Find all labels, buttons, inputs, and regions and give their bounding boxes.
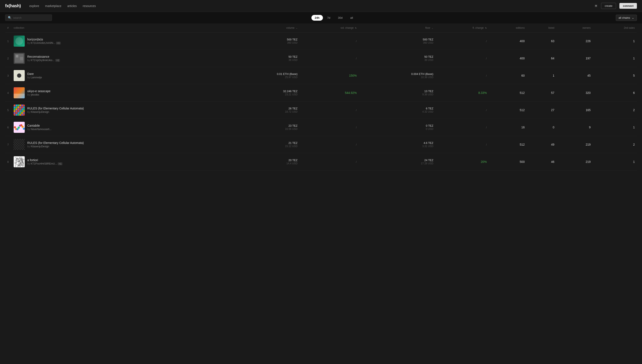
- tab-30d[interactable]: 30d: [334, 15, 346, 21]
- row-2nd-sales: 6: [593, 84, 637, 102]
- vol-change-value: /: [356, 108, 357, 112]
- row-floor: 0.004 ETH (Base) 10.38 USD: [359, 67, 435, 84]
- volume-usd: 36 USD: [289, 58, 298, 62]
- row-listed: 64: [527, 50, 556, 67]
- col-vol-change[interactable]: vol. change ⇅: [300, 24, 359, 32]
- collection-name[interactable]: ukiyo-e seascape: [27, 90, 51, 93]
- col-owners: owners: [556, 24, 593, 32]
- collection-by: by ykxotkx: [27, 93, 51, 96]
- nav-links: explore marketplace articles resources: [30, 4, 594, 8]
- row-2nd-sales: 2: [593, 102, 637, 119]
- table-header: # collection volume ⌄ vol. change ⇅ floo…: [5, 24, 637, 32]
- col-volume[interactable]: volume ⌄: [228, 24, 300, 32]
- collection-name[interactable]: Cantabile: [27, 124, 52, 127]
- collection-name[interactable]: horizon(te)s: [27, 38, 61, 41]
- row-owners: 226: [556, 32, 593, 50]
- collection-info: a fortiori by KT1FncHHrS8REmU...+1: [27, 158, 63, 165]
- row-owners: 197: [556, 50, 593, 67]
- create-button[interactable]: create: [601, 3, 616, 9]
- row-num: 2: [5, 50, 12, 67]
- row-vol-change: 544.92%: [300, 84, 359, 102]
- vol-change-value: /: [356, 40, 357, 43]
- row-volume: 500 TEZ 360 USD: [228, 32, 300, 50]
- collection-artist[interactable]: Lammetje: [31, 76, 42, 79]
- row-owners: 9: [556, 119, 593, 136]
- logo[interactable]: fx(hash): [5, 4, 21, 8]
- row-listed: 49: [527, 136, 556, 153]
- collection-by: by KitasenjuDesign: [27, 110, 84, 114]
- table-row[interactable]: 6 Cantabile by Neverfamousarti...: [5, 119, 637, 136]
- chain-select[interactable]: all chains ⌄: [616, 15, 637, 21]
- nav-marketplace[interactable]: marketplace: [45, 4, 61, 8]
- nav-resources[interactable]: resources: [83, 4, 96, 8]
- table-row[interactable]: 7 RULES (for Elementary Cellular Automat…: [5, 136, 637, 153]
- nav-right: ☀ create connect: [594, 3, 637, 9]
- collections-table: # collection volume ⌄ vol. change ⇅ floo…: [5, 24, 637, 170]
- collection-name[interactable]: Dare: [27, 72, 42, 76]
- collection-info: RULES (for Elementary Cellular Automata)…: [27, 107, 84, 114]
- collection-artist[interactable]: Neverfamousarti...: [31, 128, 52, 131]
- collection-thumbnail: [14, 122, 25, 133]
- col-floor[interactable]: floor ⌄: [359, 24, 435, 32]
- fl-change-value: /: [486, 126, 487, 129]
- nav-explore[interactable]: explore: [30, 4, 39, 8]
- floor-usd: 10.38 USD: [421, 76, 433, 79]
- table-row[interactable]: 1 horizon(te)s by KT1Uvmo9zLhiA9N...+1: [5, 32, 637, 50]
- collection-name[interactable]: RULES (for Elementary Cellular Automata): [27, 107, 84, 110]
- row-floor: 4.6 TEZ 3.31 USD: [359, 136, 435, 153]
- row-num: 1: [5, 32, 12, 50]
- table-row[interactable]: 2 Reconnaissance by KT1VpDry9mkUkio...+1: [5, 50, 637, 67]
- collection-name[interactable]: RULES (for Elementary Cellular Automata): [27, 141, 84, 144]
- search-input[interactable]: [13, 16, 49, 19]
- row-floor: 24 TEZ 17.28 USD: [359, 153, 435, 170]
- volume-tez: 50 TEZ: [288, 55, 297, 58]
- row-fl-change: /: [435, 119, 489, 136]
- row-vol-change: /: [300, 32, 359, 50]
- connect-button[interactable]: connect: [619, 3, 637, 9]
- row-fl-change: /: [435, 50, 489, 67]
- collection-artist[interactable]: KT1Uvmo9zLhiA9N...: [31, 42, 55, 44]
- collection-artist[interactable]: KT1FncHHrS8REmU...: [31, 162, 57, 165]
- table-row[interactable]: 8 a fortiori by KT1FncHHrS8REmU...+1: [5, 153, 637, 170]
- theme-toggle-icon[interactable]: ☀: [594, 4, 598, 8]
- row-fl-change: /: [435, 32, 489, 50]
- row-listed: 27: [527, 102, 556, 119]
- collection-artist[interactable]: KitasenjuDesign: [31, 145, 49, 148]
- table-row[interactable]: 5 RULES (for Elementary Cellular Automat…: [5, 102, 637, 119]
- fl-change-value: /: [486, 108, 487, 112]
- row-editions: 16: [489, 119, 527, 136]
- fl-change-value: /: [486, 74, 487, 77]
- search-icon: 🔍: [8, 16, 12, 19]
- collection-by: by Neverfamousarti...: [27, 128, 52, 131]
- row-floor: 50 TEZ 36 USD: [359, 50, 435, 67]
- row-listed: 46: [527, 153, 556, 170]
- fl-change-value: 20%: [481, 160, 487, 164]
- row-vol-change: /: [300, 50, 359, 67]
- floor-usd: 0 USD: [426, 128, 433, 130]
- collection-name[interactable]: a fortiori: [27, 158, 63, 162]
- collection-artist[interactable]: ykxotkx: [31, 93, 39, 96]
- row-num: 7: [5, 136, 12, 153]
- nav-articles[interactable]: articles: [67, 4, 77, 8]
- vol-change-value: 150%: [349, 74, 357, 77]
- floor-tez: 6 TEZ: [426, 107, 433, 110]
- table-row[interactable]: 3 Dare by Lammetje 0.01 ETH (Base: [5, 67, 637, 84]
- table-row[interactable]: 4 ukiyo-e seascape by ykxotkx 32.: [5, 84, 637, 102]
- row-vol-change: 150%: [300, 67, 359, 84]
- collection-name[interactable]: Reconnaissance: [27, 55, 60, 58]
- tab-24h[interactable]: 24h: [311, 15, 323, 21]
- collection-artist[interactable]: KitasenjuDesign: [31, 110, 49, 114]
- search-box[interactable]: 🔍: [5, 14, 52, 21]
- row-num: 4: [5, 84, 12, 102]
- collection-info: horizon(te)s by KT1Uvmo9zLhiA9N...+1: [27, 38, 61, 44]
- collection-artist[interactable]: KT1VpDry9mkUkio...: [31, 59, 55, 62]
- row-collection: Cantabile by Neverfamousarti...: [12, 119, 228, 136]
- collection-info: ukiyo-e seascape by ykxotkx: [27, 90, 51, 96]
- vol-change-value: /: [356, 126, 357, 129]
- row-num: 3: [5, 67, 12, 84]
- floor-tez: 0.004 ETH (Base): [411, 72, 433, 76]
- tab-7d[interactable]: 7d: [324, 15, 334, 21]
- col-fl-change[interactable]: fl. change ⇅: [435, 24, 489, 32]
- tab-all[interactable]: all: [347, 15, 356, 21]
- row-floor: 13 TEZ 9.36 USD: [359, 84, 435, 102]
